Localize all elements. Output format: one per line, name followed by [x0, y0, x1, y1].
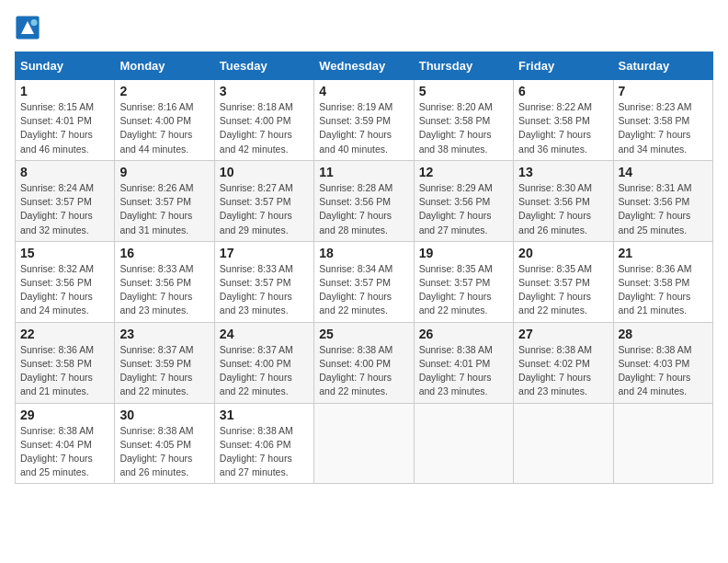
day-detail: Sunrise: 8:23 AMSunset: 3:58 PMDaylight:… [619, 101, 692, 155]
calendar-cell: 2 Sunrise: 8:16 AMSunset: 4:00 PMDayligh… [115, 80, 214, 161]
day-number: 19 [419, 246, 508, 260]
week-row-1: 1 Sunrise: 8:15 AMSunset: 4:01 PMDayligh… [16, 80, 713, 161]
day-detail: Sunrise: 8:34 AMSunset: 3:57 PMDaylight:… [319, 263, 392, 316]
day-number: 22 [20, 327, 109, 341]
week-row-2: 8 Sunrise: 8:24 AMSunset: 3:57 PMDayligh… [16, 160, 713, 241]
day-detail: Sunrise: 8:22 AMSunset: 3:58 PMDaylight:… [518, 101, 592, 155]
day-detail: Sunrise: 8:36 AMSunset: 3:58 PMDaylight:… [619, 263, 692, 316]
col-header-thursday: Thursday [414, 52, 513, 80]
day-number: 8 [20, 165, 109, 179]
day-number: 28 [619, 327, 708, 341]
calendar-cell: 17 Sunrise: 8:33 AMSunset: 3:57 PMDaylig… [214, 241, 313, 322]
calendar-cell: 20 Sunrise: 8:35 AMSunset: 3:57 PMDaylig… [514, 241, 613, 322]
day-detail: Sunrise: 8:38 AMSunset: 4:04 PMDaylight:… [20, 425, 94, 478]
day-detail: Sunrise: 8:35 AMSunset: 3:57 PMDaylight:… [518, 263, 592, 316]
day-detail: Sunrise: 8:18 AMSunset: 4:00 PMDaylight:… [220, 101, 293, 155]
day-detail: Sunrise: 8:24 AMSunset: 3:57 PMDaylight:… [20, 182, 94, 236]
day-number: 30 [119, 408, 209, 422]
day-detail: Sunrise: 8:29 AMSunset: 3:56 PMDaylight:… [419, 182, 493, 236]
day-number: 25 [319, 327, 408, 341]
day-number: 14 [619, 165, 708, 179]
day-detail: Sunrise: 8:36 AMSunset: 3:58 PMDaylight:… [20, 344, 94, 397]
day-number: 18 [319, 246, 408, 260]
col-header-sunday: Sunday [16, 52, 115, 80]
day-number: 23 [119, 327, 209, 341]
calendar-cell [414, 403, 513, 484]
day-detail: Sunrise: 8:31 AMSunset: 3:56 PMDaylight:… [619, 182, 692, 236]
col-header-wednesday: Wednesday [314, 52, 414, 80]
day-detail: Sunrise: 8:26 AMSunset: 3:57 PMDaylight:… [119, 182, 193, 236]
day-number: 15 [20, 246, 109, 260]
day-number: 16 [119, 246, 209, 260]
calendar-cell: 30 Sunrise: 8:38 AMSunset: 4:05 PMDaylig… [115, 403, 214, 484]
day-number: 27 [518, 327, 608, 341]
calendar-cell: 26 Sunrise: 8:38 AMSunset: 4:01 PMDaylig… [414, 322, 513, 403]
col-header-monday: Monday [115, 52, 214, 80]
calendar-cell: 5 Sunrise: 8:20 AMSunset: 3:58 PMDayligh… [414, 80, 513, 161]
calendar-cell: 19 Sunrise: 8:35 AMSunset: 3:57 PMDaylig… [414, 241, 513, 322]
calendar-cell: 4 Sunrise: 8:19 AMSunset: 3:59 PMDayligh… [314, 80, 414, 161]
logo [15, 15, 44, 40]
day-detail: Sunrise: 8:30 AMSunset: 3:56 PMDaylight:… [518, 182, 592, 236]
calendar-cell: 27 Sunrise: 8:38 AMSunset: 4:02 PMDaylig… [514, 322, 613, 403]
day-number: 20 [518, 246, 608, 260]
day-number: 29 [20, 408, 109, 422]
calendar-cell: 25 Sunrise: 8:38 AMSunset: 4:00 PMDaylig… [314, 322, 414, 403]
day-number: 5 [419, 84, 508, 98]
calendar-cell: 28 Sunrise: 8:38 AMSunset: 4:03 PMDaylig… [613, 322, 712, 403]
day-detail: Sunrise: 8:32 AMSunset: 3:56 PMDaylight:… [20, 263, 94, 316]
day-number: 31 [220, 408, 309, 422]
col-header-tuesday: Tuesday [214, 52, 313, 80]
calendar-cell: 15 Sunrise: 8:32 AMSunset: 3:56 PMDaylig… [16, 241, 115, 322]
day-detail: Sunrise: 8:16 AMSunset: 4:00 PMDaylight:… [119, 101, 193, 155]
page-header [15, 15, 713, 40]
calendar-cell: 16 Sunrise: 8:33 AMSunset: 3:56 PMDaylig… [115, 241, 214, 322]
calendar-cell [514, 403, 613, 484]
calendar-cell: 10 Sunrise: 8:27 AMSunset: 3:57 PMDaylig… [214, 160, 313, 241]
calendar-cell: 13 Sunrise: 8:30 AMSunset: 3:56 PMDaylig… [514, 160, 613, 241]
day-detail: Sunrise: 8:37 AMSunset: 4:00 PMDaylight:… [220, 344, 293, 397]
col-header-saturday: Saturday [613, 52, 712, 80]
day-detail: Sunrise: 8:35 AMSunset: 3:57 PMDaylight:… [419, 263, 493, 316]
col-header-friday: Friday [514, 52, 613, 80]
day-detail: Sunrise: 8:38 AMSunset: 4:01 PMDaylight:… [419, 344, 493, 397]
day-number: 1 [20, 84, 109, 98]
calendar-cell: 9 Sunrise: 8:26 AMSunset: 3:57 PMDayligh… [115, 160, 214, 241]
calendar-cell: 29 Sunrise: 8:38 AMSunset: 4:04 PMDaylig… [16, 403, 115, 484]
day-detail: Sunrise: 8:15 AMSunset: 4:01 PMDaylight:… [20, 101, 94, 155]
day-detail: Sunrise: 8:38 AMSunset: 4:06 PMDaylight:… [220, 425, 293, 478]
day-number: 4 [319, 84, 408, 98]
calendar-cell: 24 Sunrise: 8:37 AMSunset: 4:00 PMDaylig… [214, 322, 313, 403]
day-detail: Sunrise: 8:38 AMSunset: 4:05 PMDaylight:… [119, 425, 193, 478]
calendar-cell: 12 Sunrise: 8:29 AMSunset: 3:56 PMDaylig… [414, 160, 513, 241]
logo-icon [15, 15, 40, 40]
day-number: 26 [419, 327, 508, 341]
calendar-cell: 23 Sunrise: 8:37 AMSunset: 3:59 PMDaylig… [115, 322, 214, 403]
day-detail: Sunrise: 8:28 AMSunset: 3:56 PMDaylight:… [319, 182, 392, 236]
day-detail: Sunrise: 8:19 AMSunset: 3:59 PMDaylight:… [319, 101, 392, 155]
calendar-cell [314, 403, 414, 484]
calendar-cell: 18 Sunrise: 8:34 AMSunset: 3:57 PMDaylig… [314, 241, 414, 322]
svg-point-2 [31, 19, 38, 26]
day-number: 10 [220, 165, 309, 179]
day-number: 3 [220, 84, 309, 98]
day-number: 11 [319, 165, 408, 179]
day-number: 21 [619, 246, 708, 260]
day-number: 2 [119, 84, 209, 98]
day-detail: Sunrise: 8:20 AMSunset: 3:58 PMDaylight:… [419, 101, 493, 155]
week-row-5: 29 Sunrise: 8:38 AMSunset: 4:04 PMDaylig… [16, 403, 713, 484]
day-number: 13 [518, 165, 608, 179]
calendar-cell [613, 403, 712, 484]
calendar-table: SundayMondayTuesdayWednesdayThursdayFrid… [15, 52, 713, 484]
week-row-3: 15 Sunrise: 8:32 AMSunset: 3:56 PMDaylig… [16, 241, 713, 322]
day-number: 9 [119, 165, 209, 179]
calendar-cell: 21 Sunrise: 8:36 AMSunset: 3:58 PMDaylig… [613, 241, 712, 322]
day-detail: Sunrise: 8:37 AMSunset: 3:59 PMDaylight:… [119, 344, 193, 397]
day-detail: Sunrise: 8:33 AMSunset: 3:57 PMDaylight:… [220, 263, 293, 316]
day-detail: Sunrise: 8:33 AMSunset: 3:56 PMDaylight:… [119, 263, 193, 316]
calendar-cell: 1 Sunrise: 8:15 AMSunset: 4:01 PMDayligh… [16, 80, 115, 161]
calendar-cell: 11 Sunrise: 8:28 AMSunset: 3:56 PMDaylig… [314, 160, 414, 241]
day-number: 24 [220, 327, 309, 341]
calendar-cell: 3 Sunrise: 8:18 AMSunset: 4:00 PMDayligh… [214, 80, 313, 161]
week-row-4: 22 Sunrise: 8:36 AMSunset: 3:58 PMDaylig… [16, 322, 713, 403]
